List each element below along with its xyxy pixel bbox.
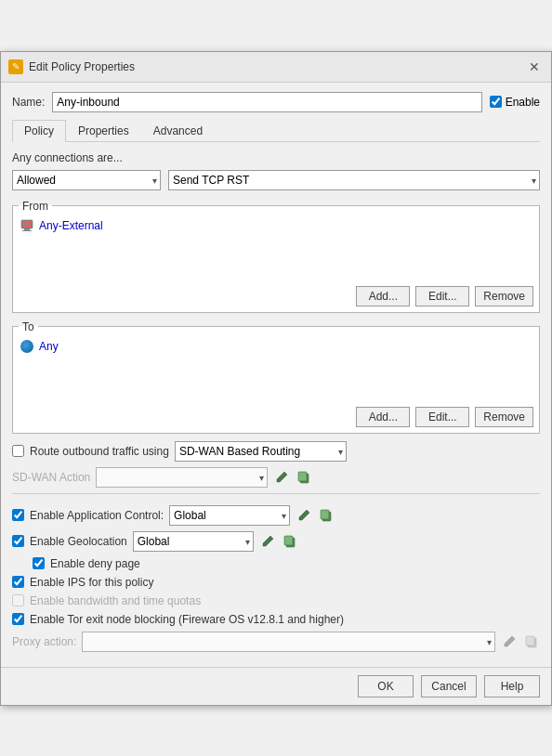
tab-properties[interactable]: Properties [66,120,141,141]
allowed-dropdown[interactable]: Allowed Denied Denied (send TCP RST) [12,170,161,190]
title-bar-left: ✎ Edit Policy Properties [8,59,135,74]
title-bar: ✎ Edit Policy Properties ✕ [1,52,551,83]
svg-rect-14 [526,636,534,645]
tor-checkbox[interactable] [12,613,24,625]
svg-rect-8 [298,472,307,481]
sd-wan-action-label: SD-WAN Action [12,471,90,484]
bandwidth-label[interactable]: Enable bandwidth and time quotas [30,594,201,607]
content-area: Name: Enable Policy Properties Advanced … [1,83,551,667]
name-label: Name: [12,96,45,109]
app-control-dropdown[interactable]: Global Custom [169,505,290,526]
app-control-dropdown-wrapper: Global Custom [169,505,290,526]
edit-policy-window: ✎ Edit Policy Properties ✕ Name: Enable … [0,51,552,706]
tabs-bar: Policy Properties Advanced [12,120,540,142]
sd-wan-row: SD-WAN Action [12,467,540,488]
route-outbound-checkbox[interactable] [12,445,24,457]
proxy-action-copy-icon[interactable] [523,633,540,650]
geolocation-label[interactable]: Enable Geolocation [30,535,127,548]
proxy-action-label: Proxy action: [12,635,76,648]
ips-row: Enable IPS for this policy [12,576,540,589]
cancel-button[interactable]: Cancel [421,675,477,697]
enable-check-group: Enable [490,96,540,109]
from-list-item[interactable]: Any-External [17,216,535,235]
footer: OK Cancel Help [1,667,551,705]
app-control-row: Enable Application Control: Global Custo… [12,505,540,526]
app-control-checkbox[interactable] [12,509,24,521]
sd-wan-copy-icon[interactable] [296,469,312,486]
route-outbound-dropdown-wrapper: SD-WAN Based Routing Static Route [175,441,347,462]
to-add-button[interactable]: Add... [356,407,410,427]
enable-label[interactable]: Enable [506,96,540,109]
connections-label: Any connections are... [12,151,540,164]
to-item-label: Any [39,340,59,353]
svg-rect-1 [24,228,30,230]
geolocation-row: Enable Geolocation Global Custom [12,531,540,552]
enable-checkbox[interactable] [490,96,502,108]
window-title: Edit Policy Properties [29,60,135,73]
to-remove-button[interactable]: Remove [475,407,533,427]
bandwidth-checkbox[interactable] [12,594,24,606]
from-body: Any-External [13,213,539,282]
from-section: From Any-External [12,200,540,313]
app-control-label[interactable]: Enable Application Control: [30,509,164,522]
app-control-copy-icon[interactable] [318,507,335,524]
route-outbound-label[interactable]: Route outbound traffic using [30,445,169,458]
to-btn-row: Add... Edit... Remove [13,403,539,433]
ok-button[interactable]: OK [358,675,414,697]
from-legend: From [19,200,52,213]
geolocation-edit-icon[interactable] [259,533,276,550]
to-list-item[interactable]: Any [17,337,535,356]
tab-advanced[interactable]: Advanced [141,120,215,141]
tor-row: Enable Tor exit node blocking (Fireware … [12,613,540,626]
any-external-icon [20,218,34,233]
sd-wan-action-dropdown-wrapper [96,467,268,488]
proxy-action-edit-icon[interactable] [501,633,518,650]
deny-page-checkbox[interactable] [33,557,45,569]
route-outbound-row: Route outbound traffic using SD-WAN Base… [12,441,540,462]
ips-checkbox[interactable] [12,576,24,588]
to-legend: To [19,320,38,333]
sd-wan-action-dropdown[interactable] [96,467,268,488]
send-tcp-rst-dropdown[interactable]: Send TCP RST [168,170,540,190]
to-body: Any [13,333,539,403]
close-button[interactable]: ✕ [525,58,544,76]
divider [12,493,540,494]
from-remove-button[interactable]: Remove [475,286,533,306]
proxy-action-row: Proxy action: [12,632,540,652]
allowed-dropdown-wrapper: Allowed Denied Denied (send TCP RST) [12,170,161,190]
from-btn-row: Add... Edit... Remove [13,282,539,312]
name-input[interactable] [52,92,481,112]
connections-row: Allowed Denied Denied (send TCP RST) Sen… [12,170,540,190]
from-add-button[interactable]: Add... [356,286,410,306]
options-section: Enable Application Control: Global Custo… [12,500,540,658]
deny-page-row: Enable deny page [33,557,540,570]
deny-page-label[interactable]: Enable deny page [50,557,140,570]
sd-wan-edit-icon[interactable] [273,469,290,486]
window-icon: ✎ [8,59,23,74]
geolocation-checkbox[interactable] [12,535,24,547]
proxy-action-dropdown[interactable] [82,632,495,652]
geolocation-dropdown-wrapper: Global Custom [133,531,254,552]
route-outbound-dropdown[interactable]: SD-WAN Based Routing Static Route [175,441,347,462]
geolocation-copy-icon[interactable] [282,533,298,550]
geolocation-dropdown[interactable]: Global Custom [133,531,254,552]
ips-label[interactable]: Enable IPS for this policy [30,576,153,589]
svg-rect-12 [284,536,293,545]
from-item-label: Any-External [39,219,103,232]
name-row: Name: Enable [12,92,540,112]
from-edit-button[interactable]: Edit... [415,286,469,306]
to-edit-button[interactable]: Edit... [415,407,469,427]
tor-label[interactable]: Enable Tor exit node blocking (Fireware … [30,613,344,626]
bandwidth-row: Enable bandwidth and time quotas [12,594,540,607]
tab-policy[interactable]: Policy [12,120,66,142]
help-button[interactable]: Help [484,675,540,697]
svg-rect-2 [22,230,32,231]
to-section: To Any Add... Edit... Remove [12,320,540,434]
proxy-action-dropdown-wrapper [82,632,495,652]
any-globe-icon [20,339,34,354]
app-control-edit-icon[interactable] [296,507,312,524]
send-tcp-rst-dropdown-wrapper: Send TCP RST [168,170,540,190]
svg-rect-10 [321,510,329,519]
